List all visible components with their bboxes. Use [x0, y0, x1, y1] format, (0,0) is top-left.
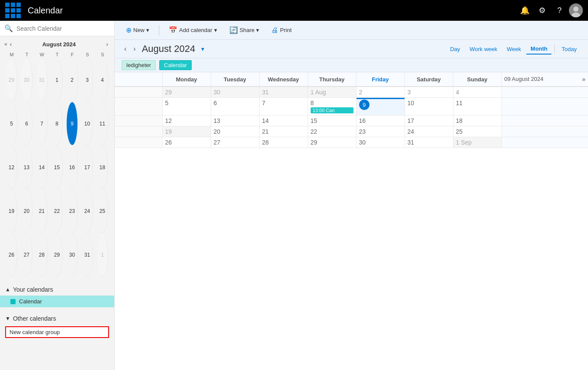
mini-cal-cell[interactable]: 14 — [36, 146, 48, 189]
cal-cell[interactable]: 31 — [259, 87, 308, 98]
cal-cell[interactable]: 15 — [308, 116, 356, 126]
cal-cell[interactable]: 29 — [162, 87, 211, 98]
cal-cell[interactable]: 31 — [405, 137, 453, 148]
mini-cal-cell[interactable]: 21 — [36, 190, 48, 233]
mini-cal-cell[interactable]: 5 — [6, 102, 17, 145]
help-icon[interactable]: ? — [552, 3, 567, 18]
mini-cal-cell[interactable]: 4 — [97, 58, 108, 102]
mini-cal-cell[interactable]: 30 — [21, 58, 32, 102]
share-button[interactable]: 🔄 Share ▾ — [225, 24, 264, 36]
side-expand-icon[interactable]: » — [582, 76, 585, 83]
mini-cal-cell[interactable]: 10 — [82, 102, 93, 145]
cal-cell[interactable]: 17 — [405, 116, 453, 126]
mini-cal-cell[interactable]: 25 — [97, 190, 108, 233]
next-period-button[interactable]: › — [131, 44, 138, 54]
mini-cal-cell[interactable]: 24 — [82, 190, 93, 233]
other-calendars-header[interactable]: ▼ Other calendars — [0, 312, 114, 325]
mini-cal-cell[interactable]: 26 — [6, 233, 17, 277]
mini-cal-cell[interactable]: 7 — [36, 102, 48, 145]
mini-cal-cell[interactable]: 8 — [51, 102, 63, 145]
add-calendar-button[interactable]: 📅 Add calendar ▾ — [164, 24, 222, 36]
legend-calendar[interactable]: Calendar — [159, 60, 192, 70]
cal-cell[interactable]: 11 — [453, 98, 501, 116]
mini-cal-cell[interactable]: 16 — [67, 146, 78, 189]
mini-cal-cell[interactable]: 18 — [97, 146, 108, 189]
mini-cal-cell[interactable]: 28 — [36, 233, 48, 277]
prev-year-button[interactable]: « — [4, 41, 7, 47]
settings-icon[interactable]: ⚙ — [534, 3, 550, 18]
cal-cell[interactable]: 21 — [259, 126, 308, 137]
event-chip[interactable]: 13:00 Can — [311, 107, 353, 113]
cal-cell[interactable]: 2 — [356, 87, 405, 98]
mini-cal-cell[interactable]: 6 — [21, 102, 32, 145]
mini-cal-cell[interactable]: 1 — [51, 58, 63, 102]
mini-cal-cell[interactable]: 27 — [21, 233, 32, 277]
cal-cell[interactable]: 30 — [211, 87, 259, 98]
cal-cell[interactable]: 4 — [453, 87, 501, 98]
mini-cal-cell[interactable]: 13 — [21, 146, 32, 189]
cal-cell[interactable]: 14 — [259, 116, 308, 126]
mini-cal-cell[interactable]: 30 — [67, 233, 78, 277]
mini-cal-cell[interactable]: 2 — [67, 58, 78, 102]
view-day-button[interactable]: Day — [446, 44, 464, 54]
avatar[interactable] — [569, 3, 583, 17]
mini-cal-cell[interactable]: 1 — [97, 233, 108, 277]
mini-cal-cell[interactable]: 31 — [36, 58, 48, 102]
cal-cell[interactable]: 20 — [211, 126, 259, 137]
cal-cell[interactable]: 10 — [405, 98, 453, 116]
cal-cell[interactable]: 28 — [259, 137, 308, 148]
mini-cal-cell[interactable]: 23 — [67, 190, 78, 233]
sidebar-item-calendar[interactable]: Calendar — [0, 296, 114, 307]
cal-cell-today[interactable]: 9 — [356, 98, 405, 116]
mini-cal-today[interactable]: 9 — [67, 102, 78, 145]
mini-cal-cell[interactable]: 11 — [97, 102, 108, 145]
cal-cell[interactable]: 26 — [162, 137, 211, 148]
mini-cal-cell[interactable]: 31 — [82, 233, 93, 277]
cal-cell[interactable]: 30 — [356, 137, 405, 148]
prev-period-button[interactable]: ‹ — [122, 44, 129, 54]
new-button[interactable]: ⊕ New ▾ — [122, 24, 154, 36]
cal-cell[interactable]: 6 — [211, 98, 259, 116]
cal-cell[interactable]: 1 Sep — [453, 137, 501, 148]
legend-ledigheter[interactable]: ledigheter — [122, 60, 156, 70]
cal-cell[interactable]: 22 — [308, 126, 356, 137]
cal-cell[interactable]: 3 — [405, 87, 453, 98]
cal-cell[interactable]: 19 — [162, 126, 211, 137]
view-week-button[interactable]: Week — [502, 44, 525, 54]
cal-cell[interactable]: 29 — [308, 137, 356, 148]
next-month-button[interactable]: › — [104, 40, 110, 48]
mini-cal-cell[interactable]: 19 — [6, 190, 17, 233]
cal-cell[interactable]: 25 — [453, 126, 501, 137]
print-button[interactable]: 🖨 Print — [267, 25, 296, 36]
cal-cell[interactable]: 5 — [162, 98, 211, 116]
cal-cell[interactable]: 27 — [211, 137, 259, 148]
cal-cell[interactable]: 1 Aug — [308, 87, 356, 98]
new-calendar-group-button[interactable]: New calendar group — [5, 326, 109, 338]
mini-cal-cell[interactable]: 15 — [51, 146, 63, 189]
view-title-dropdown-icon[interactable]: ▾ — [201, 45, 204, 52]
view-workweek-button[interactable]: Work week — [465, 44, 501, 54]
add-calendar-dropdown-icon[interactable]: ▾ — [214, 27, 217, 33]
cal-cell[interactable]: 16 — [356, 116, 405, 126]
mini-cal-cell[interactable]: 29 — [6, 58, 17, 102]
prev-month-button[interactable]: ‹ — [8, 40, 14, 48]
cal-cell[interactable]: 13 — [211, 116, 259, 126]
cal-cell[interactable]: 24 — [405, 126, 453, 137]
mini-cal-cell[interactable]: 17 — [82, 146, 93, 189]
notifications-icon[interactable]: 🔔 — [517, 3, 533, 18]
mini-cal-cell[interactable]: 12 — [6, 146, 17, 189]
cal-cell-thursday[interactable]: 8 13:00 Can — [308, 98, 356, 116]
search-input[interactable] — [16, 25, 110, 32]
share-dropdown-icon[interactable]: ▾ — [256, 27, 259, 33]
app-grid-icon[interactable] — [5, 3, 21, 18]
mini-cal-cell[interactable]: 3 — [82, 58, 93, 102]
cal-cell[interactable]: 18 — [453, 116, 501, 126]
view-today-button[interactable]: Today — [557, 44, 581, 54]
cal-cell[interactable]: 23 — [356, 126, 405, 137]
cal-cell[interactable]: 7 — [259, 98, 308, 116]
mini-cal-cell[interactable]: 20 — [21, 190, 32, 233]
view-month-button[interactable]: Month — [526, 44, 552, 55]
your-calendars-header[interactable]: ▲ Your calendars — [0, 283, 114, 296]
cal-cell[interactable]: 12 — [162, 116, 211, 126]
mini-cal-cell[interactable]: 29 — [51, 233, 63, 277]
